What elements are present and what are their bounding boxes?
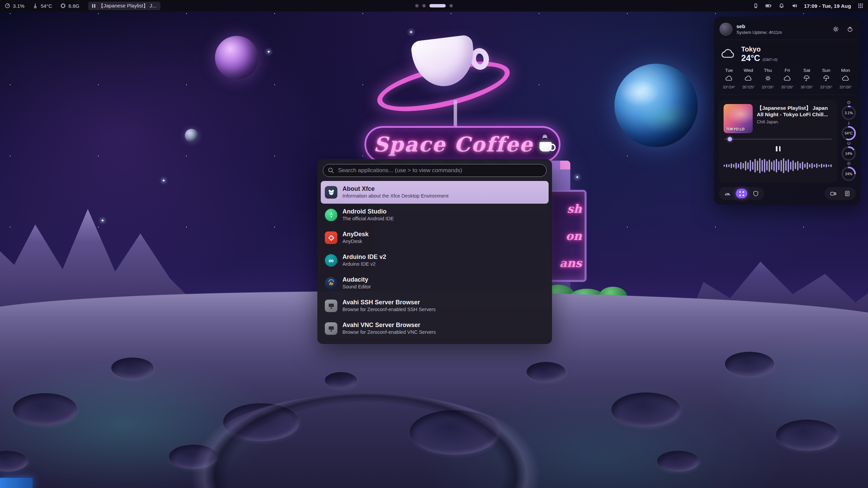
forecast-day: Thu 33°/26° [758,68,777,89]
workspace-dot-4[interactable] [450,4,453,7]
pause-icon [92,4,95,8]
app-desc: Arduino IDE v2 [342,262,386,267]
crater [776,420,839,451]
app-desc: AnyDesk [342,239,369,244]
app-row-avahi-vnc[interactable]: Avahi VNC Server Browser Browse for Zero… [321,317,549,340]
control-panel: seb System Uptime: 4h11m Tokyo 24°C (GMT… [714,17,861,205]
shield-button[interactable] [750,189,762,198]
notes-button[interactable] [842,189,853,198]
video-button[interactable] [827,189,839,198]
app-name: Android Studio [342,208,394,215]
sign-text: Space Coffee [373,133,533,156]
workspace-dot-3-active[interactable] [430,4,446,7]
android-studio-icon [325,209,337,221]
shop-window: sh on ans [547,190,587,282]
crater [325,372,357,388]
app-list: About Xfce Information about the Xfce De… [317,181,552,341]
app-row-arduino[interactable]: ∞ Arduino IDE v2 Arduino IDE v2 [321,249,549,272]
cloud-icon [842,75,850,83]
memory-gauge: 14% [841,141,856,161]
star-glint [268,51,270,53]
waveform [724,156,833,175]
app-name: Avahi VNC Server Browser [342,322,436,329]
memory-value: 6.8G [68,3,80,9]
thermometer-icon [847,121,851,125]
cloud-icon [783,75,791,83]
track-title: 【Japanese Playlist】 Japan All Night - To… [757,105,833,118]
weather-temp: 24°C [741,53,760,63]
disk-icon [847,161,851,166]
temp-metric: 54°C [32,2,52,9]
gauge-value: 24% [841,166,856,182]
gauge-value: 14% [841,146,856,161]
earth-planet [614,64,698,147]
app-desc: Browse for Zeroconf-enabled SSH Servers [342,307,436,312]
workspace-indicator [415,4,453,7]
workspace-dot-1[interactable] [415,4,419,7]
crater [111,358,154,379]
app-row-anydesk[interactable]: AnyDesk AnyDesk [321,226,549,249]
server-browser-icon [325,300,337,312]
forecast-day: Sat 36°/26° [797,68,816,89]
weather-city: Tokyo [741,45,777,53]
weather-cloud-icon [720,48,736,61]
desktop: Space Coffee sh on ans [0,0,868,488]
purple-planet [215,36,258,79]
pause-button[interactable] [772,144,784,154]
progress-slider[interactable] [724,137,832,141]
app-name: Audacity [342,277,371,283]
cpu-gauge-icon [4,2,11,9]
crater [725,352,774,376]
search-input[interactable] [323,164,547,177]
volume-icon[interactable] [791,2,798,9]
clock[interactable]: 17:09 - Tue, 19 Aug [804,3,851,9]
app-row-avahi-ssh[interactable]: Avahi SSH Server Browser Browse for Zero… [321,294,549,317]
system-metrics: 3.1% 54°C 6.8G [4,2,79,9]
rain-umbrella-icon [803,75,810,83]
apps-button[interactable] [736,189,747,198]
star-glint [163,180,164,181]
xfce-icon [325,186,337,199]
system-gauges: 3.1% 54°C [841,100,856,182]
progress-thumb[interactable] [728,137,732,141]
username: seb [736,23,782,29]
small-moon [185,129,198,142]
app-grid-icon[interactable] [857,2,864,9]
audacity-icon [325,277,337,289]
search-icon [328,167,334,175]
window-neon-text: sh [567,202,582,216]
app-row-audacity[interactable]: Audacity Sound Editor [321,272,549,294]
battery-icon[interactable] [765,2,772,9]
cpu-gauge: 3.1% [841,100,856,121]
action-group-right [825,187,856,200]
memory-metric: 6.8G [60,2,80,9]
action-group-left [719,187,764,200]
app-desc: Information about the Xfce Desktop Envir… [342,194,449,199]
weather-widget: Tokyo 24°C (GMT+9) [719,40,856,65]
temp-value: 54°C [41,3,52,9]
forecast-day: Tue 33°/24° [719,68,738,89]
album-art: TOKYO LO [724,104,753,133]
memory-chip-icon [60,2,66,9]
disk-gauge: 24% [841,161,856,182]
weather-timezone: (GMT+9) [763,58,777,62]
app-desc: Browse for Zeroconf-enabled VNC Servers [342,330,436,335]
app-row-android-studio[interactable]: Android Studio The official Android IDE [321,204,549,226]
corner-glow [0,478,33,488]
memory-icon [847,141,851,145]
avatar[interactable] [719,23,732,36]
window-neon-text: on [566,229,582,243]
workspace-dot-2[interactable] [422,4,426,7]
now-playing-pill[interactable]: 【Japanese Playlist】 J... [88,2,160,10]
anydesk-icon [325,231,337,244]
dashboard-button[interactable] [722,189,733,198]
forecast-day: Sun 33°/26° [817,68,836,89]
settings-button[interactable] [831,24,841,34]
notification-bell-icon[interactable] [778,2,785,9]
app-row-about-xfce[interactable]: About Xfce Information about the Xfce De… [321,181,549,204]
app-name: Arduino IDE v2 [342,254,386,261]
crater [13,393,77,425]
power-button[interactable] [845,24,855,34]
phone-icon[interactable] [752,2,759,9]
status-tray: 17:09 - Tue, 19 Aug [752,2,864,9]
